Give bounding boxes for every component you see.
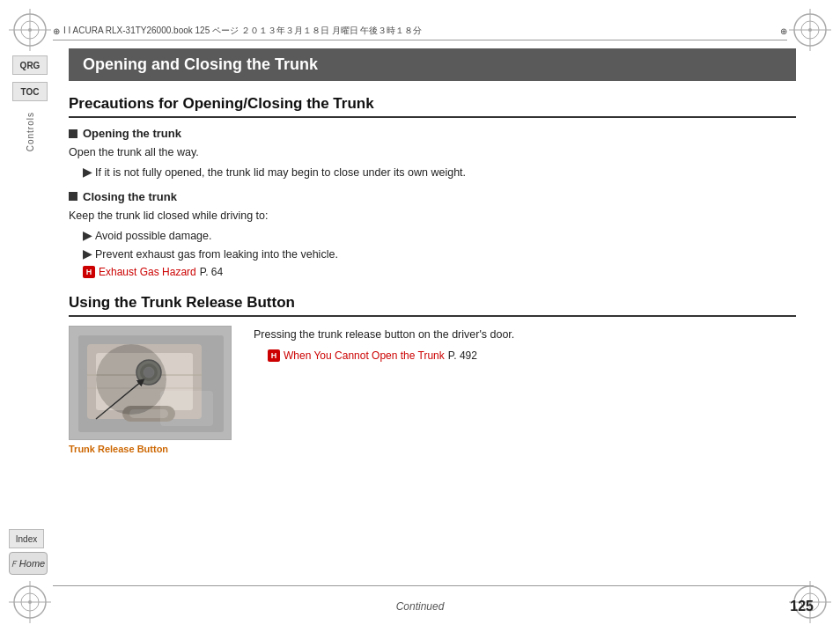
index-button[interactable]: Index	[9, 529, 44, 548]
trunk-image-container: Trunk Release Button	[69, 326, 236, 454]
svg-rect-31	[129, 409, 168, 418]
exhaust-ref[interactable]: H Exhaust Gas Hazard P. 64	[83, 266, 796, 278]
closing-arrow-1: ▶ Avoid possible damage.	[83, 228, 796, 245]
opening-arrow-1: ▶ If it is not fully opened, the trunk l…	[83, 165, 796, 181]
bullet-icon-2	[69, 192, 77, 201]
crosshair-top: ⊕	[53, 26, 60, 36]
trunk-content: Trunk Release Button Pressing the trunk …	[69, 326, 796, 454]
trunk-photo	[69, 326, 232, 440]
trunk-desc-text: Pressing the trunk release button on the…	[254, 326, 796, 343]
trunk-description: Pressing the trunk release button on the…	[254, 326, 796, 454]
exhaust-ref-icon: H	[83, 266, 95, 278]
section2-title: Using the Trunk Release Button	[69, 294, 796, 317]
arrow-symbol-3: ▶	[83, 246, 92, 263]
bullet-icon	[69, 129, 77, 138]
closing-arrow-2: ▶ Prevent exhaust gas from leaking into …	[83, 246, 796, 263]
corner-decoration-tl	[9, 9, 51, 51]
section1-title: Precautions for Opening/Closing the Trun…	[69, 95, 796, 118]
toc-button[interactable]: TOC	[12, 82, 48, 101]
qrg-button[interactable]: QRG	[12, 55, 48, 75]
closing-body: Keep the trunk lid closed while driving …	[69, 207, 796, 224]
trunk-ref-text: When You Cannot Open the Trunk	[284, 347, 445, 364]
exhaust-ref-page: P. 64	[200, 266, 223, 278]
trunk-ref-icon: H	[268, 349, 280, 362]
closing-arrow-text-2: Prevent exhaust gas from leaking into th…	[95, 246, 338, 263]
svg-point-4	[28, 28, 32, 32]
trunk-ref[interactable]: H When You Cannot Open the Trunk P. 492	[268, 347, 796, 364]
subsection-closing-title: Closing the trunk	[83, 190, 177, 203]
bottom-sidebar: Index 𝈓 Home	[9, 529, 48, 575]
svg-point-27	[140, 364, 158, 381]
main-content: Opening and Closing the Trunk Precaution…	[60, 48, 814, 584]
continued-label: Continued	[396, 600, 445, 613]
exhaust-ref-text: Exhaust Gas Hazard	[99, 266, 196, 278]
arrow-symbol-2: ▶	[83, 228, 92, 245]
subsection-closing: Closing the trunk	[69, 190, 796, 203]
svg-point-26	[136, 360, 161, 385]
svg-rect-23	[96, 353, 193, 410]
home-icon: 𝈓 Home	[11, 558, 45, 569]
subsection-opening: Opening the trunk	[69, 127, 796, 140]
svg-point-9	[808, 28, 812, 32]
trunk-ref-page: P. 492	[448, 347, 477, 364]
left-sidebar: QRG TOC Controls	[0, 48, 60, 584]
svg-point-28	[144, 367, 154, 378]
controls-label: Controls	[26, 112, 35, 151]
bottom-divider	[53, 585, 814, 586]
subsection-opening-title: Opening the trunk	[83, 127, 181, 140]
home-button[interactable]: 𝈓 Home	[9, 552, 48, 575]
trunk-illustration	[70, 327, 232, 440]
arrow-symbol: ▶	[83, 165, 92, 181]
section-trunk-release: Using the Trunk Release Button	[69, 294, 796, 454]
closing-arrow-text-1: Avoid possible damage.	[95, 228, 212, 245]
page-number: 125	[790, 599, 814, 614]
corner-decoration-tr	[789, 9, 831, 51]
file-info: I I ACURA RLX-31TY26000.book 125 ページ ２０１…	[63, 25, 422, 37]
corner-decoration-bl	[9, 581, 51, 623]
opening-arrow-text: If it is not fully opened, the trunk lid…	[95, 165, 466, 181]
svg-point-14	[28, 600, 32, 604]
page-header: Opening and Closing the Trunk	[69, 48, 796, 81]
opening-body: Open the trunk all the way.	[69, 143, 796, 161]
top-bar: ⊕ I I ACURA RLX-31TY26000.book 125 ページ ２…	[53, 25, 787, 40]
trunk-image-label: Trunk Release Button	[69, 444, 236, 454]
page-header-title: Opening and Closing the Trunk	[83, 55, 318, 73]
section-precautions: Precautions for Opening/Closing the Trun…	[69, 95, 796, 278]
crosshair-top-right: ⊕	[780, 26, 787, 36]
